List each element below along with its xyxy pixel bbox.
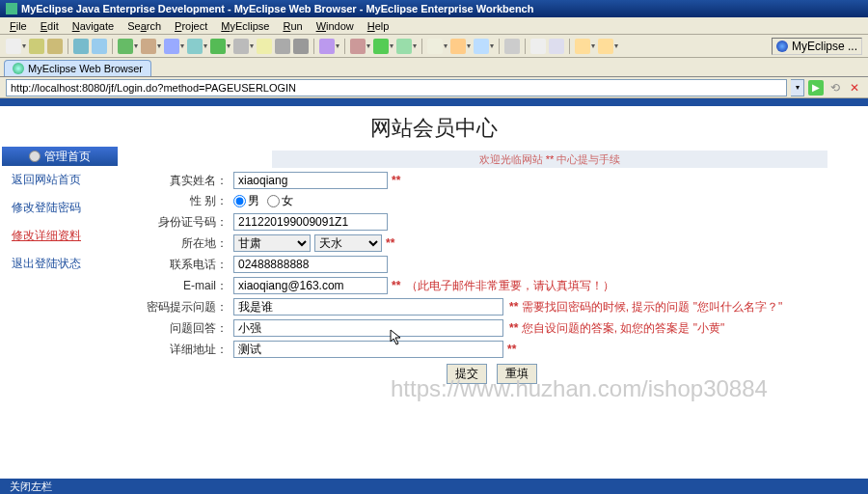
- label-idcard: 身份证号码：: [137, 214, 233, 231]
- tool-b-icon[interactable]: [92, 39, 107, 54]
- profile-form: 欢迎光临网站 ** 中心提与手续 真实姓名： ** 性 别： 男 女 身份证号码…: [118, 147, 866, 388]
- label-gender: 性 别：: [137, 193, 233, 209]
- gear-icon: [29, 151, 41, 162]
- req-mark: **: [392, 174, 400, 187]
- main-toolbar: ▾ ▾ ▾ ▾ ▾ ▾ ▾ ▾ ▾ ▾ ▾ ▾ ▾ ▾ ▾ ▾ MyEclips…: [0, 35, 868, 58]
- browser-tool-1-icon[interactable]: ⟲: [827, 80, 843, 96]
- url-input[interactable]: [6, 79, 787, 96]
- run-icon[interactable]: [373, 39, 389, 54]
- phone-input[interactable]: [233, 256, 388, 273]
- url-dropdown[interactable]: ▾: [791, 79, 804, 96]
- menu-bar: File Edit Navigate Search Project MyEcli…: [0, 17, 868, 35]
- ext-icon[interactable]: [396, 39, 412, 54]
- tool-q-icon[interactable]: [549, 39, 564, 54]
- go-button[interactable]: ▶: [808, 80, 824, 96]
- pwda-input[interactable]: [233, 319, 503, 337]
- tool-m-icon[interactable]: [427, 39, 443, 54]
- sidebar-item-logout[interactable]: 退出登陆状态: [2, 250, 118, 278]
- realname-input[interactable]: [233, 172, 388, 189]
- tool-l-icon[interactable]: [319, 39, 335, 54]
- label-email: E-mail：: [137, 278, 233, 294]
- tool-j-icon[interactable]: [275, 39, 290, 54]
- sidebar-item-profile[interactable]: 修改详细资料: [2, 222, 118, 250]
- app-icon: [6, 3, 17, 14]
- new-drop[interactable]: ▾: [22, 41, 26, 50]
- sub-bar: 欢迎光临网站 ** 中心提与手续: [272, 151, 827, 168]
- tool-f-icon[interactable]: [187, 39, 203, 54]
- tool-k-icon[interactable]: [293, 39, 309, 54]
- menu-window[interactable]: Window: [311, 19, 360, 32]
- sidebar-header: 管理首页: [2, 147, 118, 166]
- province-select[interactable]: 甘肃: [233, 234, 311, 252]
- tab-label: MyEclipse Web Browser: [28, 63, 143, 74]
- menu-file[interactable]: File: [4, 19, 33, 32]
- perspective-button[interactable]: MyEclipse ...: [772, 38, 862, 55]
- label-pwda: 问题回答：: [137, 320, 233, 337]
- tool-g-icon[interactable]: [210, 39, 226, 54]
- menu-edit[interactable]: Edit: [35, 19, 65, 32]
- tool-d-icon[interactable]: [141, 39, 156, 54]
- hint-email: （此电子邮件非常重要，请认真填写！）: [406, 278, 614, 294]
- page-content: 网站会员中心 管理首页 返回网站首页 修改登陆密码 修改详细资料 退出登陆状态 …: [0, 98, 868, 494]
- hint-pwdq: 需要找回密码的时候, 提示的问题 "您叫什么名字？": [522, 300, 783, 314]
- search-tb-icon[interactable]: [504, 39, 520, 54]
- sidebar-header-label: 管理首页: [44, 149, 91, 165]
- debug-icon[interactable]: [350, 39, 366, 54]
- idcard-input[interactable]: [233, 213, 388, 231]
- tab-web-browser[interactable]: MyEclipse Web Browser: [4, 60, 151, 76]
- tool-a-icon[interactable]: [73, 39, 89, 54]
- gender-female-radio[interactable]: [267, 195, 280, 207]
- tool-i-icon[interactable]: [257, 39, 272, 54]
- menu-run[interactable]: Run: [277, 19, 308, 32]
- myeclipse-icon: [776, 41, 788, 52]
- perspective-label: MyEclipse ...: [792, 40, 857, 53]
- saveall-icon[interactable]: [47, 39, 63, 54]
- pwdq-input[interactable]: [233, 298, 503, 316]
- tool-p-icon[interactable]: [530, 39, 546, 54]
- menu-help[interactable]: Help: [362, 19, 395, 32]
- new-icon[interactable]: [6, 39, 21, 54]
- tool-c-icon[interactable]: [118, 39, 133, 54]
- browser-tool-2-icon[interactable]: ✕: [847, 80, 862, 96]
- editor-tabs: MyEclipse Web Browser: [0, 58, 868, 77]
- gender-female-label: 女: [282, 193, 293, 209]
- sidebar-item-password[interactable]: 修改登陆密码: [2, 194, 118, 222]
- label-phone: 联系电话：: [137, 257, 233, 273]
- tool-n-icon[interactable]: [450, 39, 466, 54]
- fwd-icon[interactable]: [598, 39, 613, 54]
- label-realname: 真实姓名：: [137, 173, 233, 189]
- gender-male-label: 男: [248, 193, 259, 209]
- sidebar: 管理首页 返回网站首页 修改登陆密码 修改详细资料 退出登陆状态: [2, 147, 118, 388]
- sidebar-item-home[interactable]: 返回网站首页: [2, 166, 118, 194]
- menu-myeclipse[interactable]: MyEclipse: [215, 19, 275, 32]
- submit-button[interactable]: 提交: [447, 364, 487, 384]
- tool-e-icon[interactable]: [164, 39, 179, 54]
- label-pwdq: 密码提示问题：: [137, 299, 233, 316]
- globe-icon: [13, 63, 24, 74]
- hint-pwda: 您自设问题的答案, 如您的答案是 "小黄": [522, 321, 725, 335]
- browser-address-bar: ▾ ▶ ⟲ ✕: [0, 77, 868, 98]
- page-title: 网站会员中心: [0, 106, 868, 147]
- menu-search[interactable]: Search: [122, 19, 167, 32]
- city-select[interactable]: 天水: [314, 234, 382, 252]
- menu-project[interactable]: Project: [169, 19, 213, 32]
- window-titlebar: MyEclipse Java Enterprise Development - …: [0, 0, 868, 17]
- label-location: 所在地：: [137, 235, 233, 252]
- address-input[interactable]: [233, 341, 503, 358]
- label-address: 详细地址：: [137, 342, 233, 358]
- gender-male-radio[interactable]: [233, 195, 246, 207]
- menu-navigate[interactable]: Navigate: [67, 19, 120, 32]
- footer-strip[interactable]: 关闭左栏: [0, 479, 868, 494]
- reset-button[interactable]: 重填: [497, 364, 537, 384]
- tool-o-icon[interactable]: [474, 39, 489, 54]
- email-input[interactable]: [233, 277, 388, 294]
- tool-h-icon[interactable]: [233, 39, 249, 54]
- window-title: MyEclipse Java Enterprise Development - …: [21, 3, 533, 14]
- back-icon[interactable]: [575, 39, 590, 54]
- save-icon[interactable]: [29, 39, 44, 54]
